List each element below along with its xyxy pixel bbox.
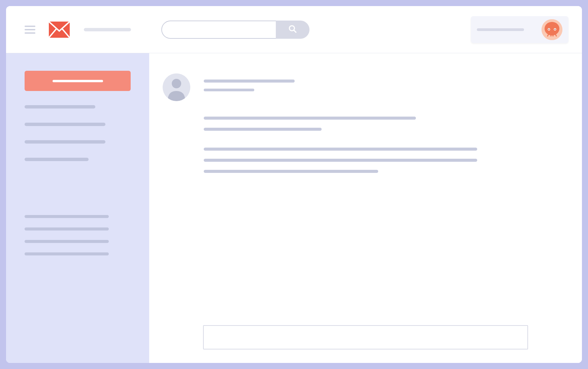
message-paragraph bbox=[204, 148, 555, 173]
header bbox=[6, 6, 582, 53]
sidebar bbox=[6, 53, 149, 363]
sidebar-item[interactable] bbox=[25, 240, 109, 243]
account-button[interactable] bbox=[471, 16, 568, 43]
search bbox=[161, 21, 309, 39]
avatar bbox=[542, 19, 562, 40]
person-icon bbox=[163, 96, 190, 101]
account-name bbox=[477, 28, 524, 31]
sender-avatar[interactable] bbox=[163, 73, 190, 101]
message-subject bbox=[204, 80, 295, 83]
svg-point-8 bbox=[555, 29, 556, 30]
compose-button[interactable] bbox=[25, 71, 131, 91]
search-input[interactable] bbox=[161, 21, 276, 39]
menu-toggle-button[interactable] bbox=[25, 26, 35, 34]
message-content bbox=[204, 73, 555, 181]
search-icon bbox=[288, 25, 297, 34]
body-line bbox=[204, 128, 322, 131]
sidebar-item[interactable] bbox=[25, 252, 109, 255]
search-button[interactable] bbox=[276, 21, 309, 39]
svg-point-10 bbox=[172, 79, 181, 88]
body-line bbox=[204, 148, 477, 151]
svg-point-7 bbox=[549, 29, 550, 30]
svg-line-2 bbox=[294, 30, 296, 32]
message-pane bbox=[149, 53, 582, 363]
sidebar-item[interactable] bbox=[25, 227, 109, 230]
mail-icon bbox=[48, 34, 70, 39]
sidebar-item[interactable] bbox=[25, 140, 105, 144]
sidebar-item[interactable] bbox=[25, 158, 89, 161]
message-paragraph bbox=[204, 117, 555, 131]
avatar-icon bbox=[542, 35, 562, 40]
nav-secondary bbox=[25, 215, 131, 255]
sidebar-item[interactable] bbox=[25, 123, 105, 126]
body-line bbox=[204, 159, 477, 162]
sidebar-item[interactable] bbox=[25, 105, 95, 109]
message bbox=[163, 73, 555, 181]
svg-point-4 bbox=[545, 22, 559, 35]
app-logo[interactable] bbox=[48, 21, 70, 38]
sidebar-item[interactable] bbox=[25, 215, 109, 218]
hamburger-icon bbox=[25, 26, 35, 27]
body-line bbox=[204, 117, 416, 120]
body bbox=[6, 53, 582, 363]
nav-primary bbox=[25, 105, 131, 161]
app-window bbox=[6, 6, 582, 363]
brand-label bbox=[84, 28, 131, 31]
compose-label bbox=[53, 80, 103, 82]
message-meta bbox=[204, 89, 254, 91]
body-line bbox=[204, 170, 378, 173]
reply-input[interactable] bbox=[203, 325, 528, 349]
